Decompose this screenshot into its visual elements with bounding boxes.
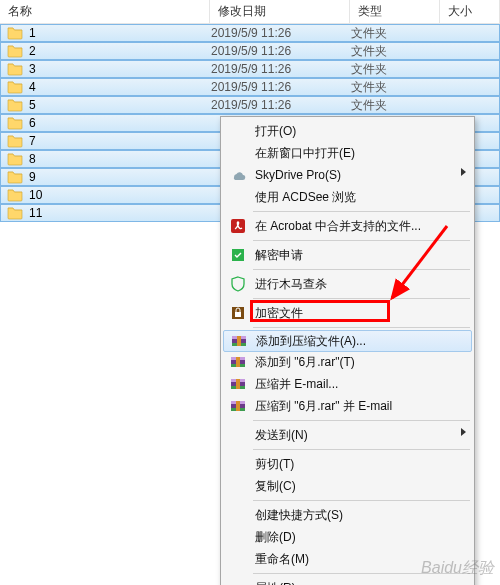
menu-item[interactable]: 解密申请 — [223, 244, 472, 266]
file-name: 9 — [29, 170, 211, 184]
menu-item-label: 删除(D) — [255, 529, 454, 546]
svg-rect-7 — [237, 336, 241, 346]
menu-separator — [253, 211, 470, 212]
folder-icon — [7, 97, 23, 113]
table-row[interactable]: 32019/5/9 11:26文件夹 — [0, 60, 500, 78]
rar-icon — [229, 354, 247, 370]
menu-icon-empty — [229, 123, 247, 139]
menu-item-label: 添加到 "6月.rar"(T) — [255, 354, 454, 371]
folder-icon — [7, 79, 23, 95]
column-header-row: 名称 修改日期 类型 大小 — [0, 0, 500, 24]
menu-icon-empty — [229, 580, 247, 585]
menu-separator — [253, 420, 470, 421]
menu-item[interactable]: 压缩到 "6月.rar" 并 E-mail — [223, 395, 472, 417]
menu-item-label: 创建快捷方式(S) — [255, 507, 454, 524]
column-header-name[interactable]: 名称 — [0, 0, 210, 23]
menu-item[interactable]: 属性(R) — [223, 577, 472, 585]
menu-item-label: 复制(C) — [255, 478, 454, 495]
svg-rect-11 — [236, 357, 240, 367]
menu-item[interactable]: 添加到压缩文件(A)... — [223, 330, 472, 352]
table-row[interactable]: 52019/5/9 11:26文件夹 — [0, 96, 500, 114]
menu-icon-empty — [229, 507, 247, 523]
file-date: 2019/5/9 11:26 — [211, 80, 351, 94]
svg-rect-15 — [236, 379, 240, 389]
menu-icon-empty — [229, 456, 247, 472]
file-type: 文件夹 — [351, 79, 441, 96]
menu-item[interactable]: 创建快捷方式(S) — [223, 504, 472, 526]
folder-icon — [7, 133, 23, 149]
menu-separator — [253, 240, 470, 241]
menu-item[interactable]: SkyDrive Pro(S) — [223, 164, 472, 186]
file-name: 11 — [29, 206, 211, 220]
menu-item-label: 进行木马查杀 — [255, 276, 454, 293]
file-name: 10 — [29, 188, 211, 202]
menu-icon-empty — [229, 529, 247, 545]
column-header-date[interactable]: 修改日期 — [210, 0, 350, 23]
rar-icon — [229, 398, 247, 414]
menu-item-label: 加密文件 — [255, 305, 454, 322]
menu-item-label: 压缩并 E-mail... — [255, 376, 454, 393]
file-date: 2019/5/9 11:26 — [211, 62, 351, 76]
folder-icon — [7, 169, 23, 185]
folder-icon — [7, 151, 23, 167]
menu-item[interactable]: 添加到 "6月.rar"(T) — [223, 351, 472, 373]
menu-item[interactable]: 在 Acrobat 中合并支持的文件... — [223, 215, 472, 237]
menu-item-label: 打开(O) — [255, 123, 454, 140]
menu-item[interactable]: 发送到(N) — [223, 424, 472, 446]
file-name: 3 — [29, 62, 211, 76]
menu-item[interactable]: 进行木马查杀 — [223, 273, 472, 295]
shield-green-icon — [229, 247, 247, 263]
menu-icon-empty — [229, 478, 247, 494]
file-name: 6 — [29, 116, 211, 130]
submenu-arrow-icon — [461, 168, 466, 176]
file-name: 7 — [29, 134, 211, 148]
folder-icon — [7, 205, 23, 221]
column-header-type[interactable]: 类型 — [350, 0, 440, 23]
folder-icon — [7, 115, 23, 131]
table-row[interactable]: 12019/5/9 11:26文件夹 — [0, 24, 500, 42]
file-date: 2019/5/9 11:26 — [211, 98, 351, 112]
menu-separator — [253, 449, 470, 450]
submenu-arrow-icon — [461, 428, 466, 436]
menu-item-label: 在 Acrobat 中合并支持的文件... — [255, 218, 454, 235]
menu-item[interactable]: 压缩并 E-mail... — [223, 373, 472, 395]
menu-item[interactable]: 打开(O) — [223, 120, 472, 142]
file-type: 文件夹 — [351, 61, 441, 78]
svg-rect-19 — [236, 401, 240, 411]
table-row[interactable]: 22019/5/9 11:26文件夹 — [0, 42, 500, 60]
menu-item[interactable]: 加密文件 — [223, 302, 472, 324]
menu-separator — [253, 573, 470, 574]
menu-item-label: 解密申请 — [255, 247, 454, 264]
menu-item-label: 剪切(T) — [255, 456, 454, 473]
menu-item-label: 在新窗口中打开(E) — [255, 145, 454, 162]
menu-icon-empty — [229, 189, 247, 205]
menu-item[interactable]: 删除(D) — [223, 526, 472, 548]
menu-item[interactable]: 在新窗口中打开(E) — [223, 142, 472, 164]
menu-item[interactable]: 复制(C) — [223, 475, 472, 497]
file-name: 4 — [29, 80, 211, 94]
menu-item[interactable]: 重命名(M) — [223, 548, 472, 570]
table-row[interactable]: 42019/5/9 11:26文件夹 — [0, 78, 500, 96]
menu-icon-empty — [229, 145, 247, 161]
menu-item[interactable]: 使用 ACDSee 浏览 — [223, 186, 472, 208]
menu-icon-empty — [229, 427, 247, 443]
skydrive-icon — [229, 167, 247, 183]
column-header-size[interactable]: 大小 — [440, 0, 500, 23]
file-name: 5 — [29, 98, 211, 112]
lock-icon — [229, 305, 247, 321]
folder-icon — [7, 61, 23, 77]
folder-icon — [7, 187, 23, 203]
svg-rect-1 — [232, 249, 244, 261]
menu-separator — [253, 327, 470, 328]
menu-item[interactable]: 剪切(T) — [223, 453, 472, 475]
file-name: 1 — [29, 26, 211, 40]
menu-separator — [253, 500, 470, 501]
menu-separator — [253, 298, 470, 299]
menu-item-label: 添加到压缩文件(A)... — [256, 333, 453, 350]
rar-icon — [229, 376, 247, 392]
folder-icon — [7, 25, 23, 41]
rar-icon — [230, 333, 248, 349]
file-name: 8 — [29, 152, 211, 166]
shield-outline-icon — [229, 276, 247, 292]
file-name: 2 — [29, 44, 211, 58]
